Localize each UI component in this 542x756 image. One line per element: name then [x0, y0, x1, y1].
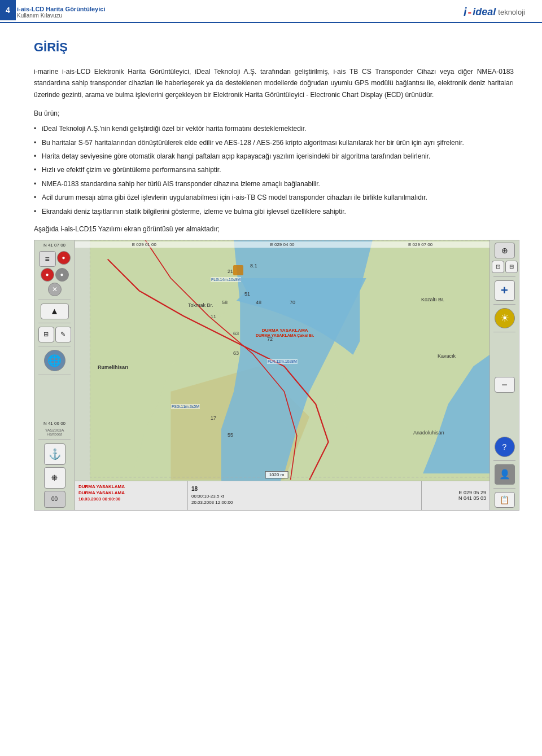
map-btn-edit[interactable]: ✎	[55, 327, 71, 342]
map-btn-red2[interactable]: ●	[41, 268, 54, 282]
map-btn-globe[interactable]: 🌐	[44, 350, 65, 371]
scale-bar: 1020 m	[265, 471, 289, 478]
map-btn-gray[interactable]: ●	[55, 268, 69, 282]
logo-i: i	[464, 6, 467, 19]
toolbar-row1: ≡ ● ● ● ✕	[37, 251, 72, 296]
map-btn-anchor[interactable]: ⚓	[44, 443, 65, 465]
map-btn-minus[interactable]: −	[495, 377, 515, 393]
bottom-info-mid: 18 00:00:10-23.5 kt 20.03.2003 12:00:00	[188, 481, 422, 510]
header-subtitle: Kullanım Kılavuzu	[17, 12, 105, 19]
speed-label: 00:00:10-23.5 kt	[191, 493, 418, 499]
map-btn-helm[interactable]: ⎈	[44, 467, 65, 489]
bullet-item-1: iDeal Teknoloji A.Ş.'nin kendi geliştird…	[34, 123, 514, 134]
bullet-item-6: Acil durum mesajı atma gibi özel işlevle…	[34, 192, 514, 203]
map-right-panel: ⊕ ⊡ ⊟ + ☀ − ? 👤 📋	[489, 240, 519, 510]
map-btn-scroll[interactable]: 📋	[495, 492, 515, 508]
map-bottom-bar: DURMA YASAKLAMA DURMA YASAKLAMA 10.03.20…	[75, 481, 489, 510]
coord-n: N 041 05 03	[458, 495, 486, 501]
page-number: 4	[0, 0, 16, 20]
left-bottom-coord: N 41 06 00	[37, 421, 72, 426]
intro-paragraph: i-marine i-ais-LCD Elektronik Harita Gör…	[34, 66, 514, 100]
bullet-item-4: Hızlı ve efektif çizim ve görüntüleme pe…	[34, 164, 514, 175]
bottom-info-left: DURMA YASAKLAMA DURMA YASAKLAMA 10.03.20…	[75, 481, 188, 510]
header-left: i-ais-LCD Harita Görüntüleyici Kullanım …	[17, 6, 105, 19]
bullet-item-5: NMEA-0183 standardına sahip her türlü AI…	[34, 178, 514, 190]
map-btn-x[interactable]: ✕	[48, 283, 62, 296]
sub-heading: Bu ürün;	[34, 109, 514, 117]
map-btn-r1[interactable]: ⊡	[492, 261, 504, 273]
map-btn-menu[interactable]: ≡	[39, 251, 56, 267]
map-btn-sun[interactable]: ☀	[495, 308, 515, 328]
map-btn-layers[interactable]: ⊞	[38, 327, 54, 342]
section-title: GİRİŞ	[34, 40, 514, 55]
header-title: i-ais-LCD Harita Görüntüleyici	[17, 6, 105, 12]
page-header: i-ais-LCD Harita Görüntüleyici Kullanım …	[0, 0, 542, 23]
map-btn-plus[interactable]: +	[495, 280, 515, 301]
map-btn-person[interactable]: 👤	[495, 464, 515, 485]
logo-dash: -	[468, 6, 472, 19]
header-logo: i - ideal teknoloji	[464, 6, 525, 19]
map-btn-zoom-in-area[interactable]: ⊕	[495, 243, 515, 258]
logo-teknoloji: teknoloji	[498, 8, 525, 16]
map-btn-light[interactable]: 00	[44, 491, 65, 508]
logo-ideal: ideal	[473, 6, 496, 18]
map-btn-red1[interactable]: ●	[57, 251, 71, 265]
durma2-label: DURMA YASAKLAMA	[78, 490, 184, 496]
bullet-list: iDeal Teknoloji A.Ş.'nin kendi geliştird…	[34, 123, 514, 217]
durma3-label: 10.03.2003 08:00:00	[78, 496, 184, 502]
map-screenshot: N 41 07 00 ≡ ● ● ● ✕ ▲ ⊞ ✎ 🌐 N 41	[34, 240, 519, 511]
screenshot-caption: Aşağıda i-ais-LCD15 Yazılımı ekran görün…	[34, 225, 514, 233]
map-svg	[34, 240, 519, 510]
right-btn-row1: ⊡ ⊟	[492, 261, 518, 273]
toolbar-row2: ⊞ ✎	[38, 327, 71, 342]
main-content: GİRİŞ i-marine i-ais-LCD Elektronik Hari…	[0, 23, 542, 522]
bottom-coords-right: E 029 05 29 N 041 05 03	[422, 481, 489, 510]
scale-value: 1020 m	[269, 472, 285, 477]
left-label-yas: YAS2003AHartboat	[45, 428, 64, 436]
map-btn-help[interactable]: ?	[495, 437, 515, 457]
map-left-panel: N 41 07 00 ≡ ● ● ● ✕ ▲ ⊞ ✎ 🌐 N 41	[34, 240, 75, 510]
map-btn-up[interactable]: ▲	[41, 304, 69, 319]
durma1-label: DURMA YASAKLAMA	[78, 484, 184, 490]
left-coord-label: N 41 07 00	[37, 243, 72, 248]
coord-e: E 029 05 29	[458, 490, 486, 495]
date-range-label: 20.03.2003 12:00:00	[191, 499, 418, 506]
vessel-count-label: 18	[191, 485, 418, 493]
map-btn-r2[interactable]: ⊟	[505, 261, 518, 273]
bullet-item-2: Bu haritalar S-57 haritalarından dönüştü…	[34, 137, 514, 148]
bullet-item-3: Harita detay seviyesine göre otomatik ol…	[34, 151, 514, 162]
bullet-item-7: Ekrandaki deniz taşıtlarının statik bilg…	[34, 206, 514, 217]
